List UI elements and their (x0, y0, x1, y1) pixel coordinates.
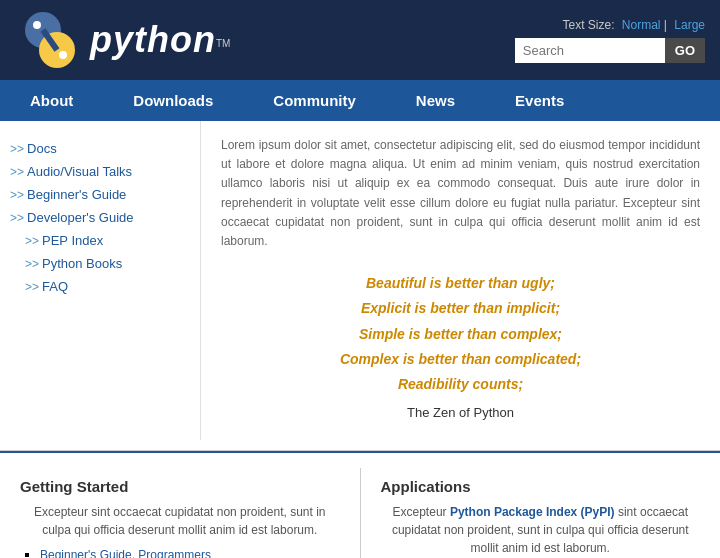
arrow-icon: >> (10, 211, 24, 225)
text-size-large-link[interactable]: Large (674, 18, 705, 32)
logo-area: pythonTM (15, 10, 230, 70)
sidebar-link-dev-guide[interactable]: Developer's Guide (27, 210, 134, 225)
svg-point-2 (33, 21, 41, 29)
getting-started-title: Getting Started (20, 478, 340, 495)
zen-quote-3: Simple is better than complex; (221, 322, 700, 347)
nav-item-about[interactable]: About (0, 80, 103, 121)
applications-desc: Excepteur Python Package Index (PyPI) si… (381, 503, 701, 557)
sidebar-link-docs[interactable]: Docs (27, 141, 57, 156)
intro-text: Lorem ipsum dolor sit amet, consectetur … (221, 136, 700, 251)
trademark: TM (216, 38, 230, 49)
arrow-icon: >> (10, 165, 24, 179)
zen-quotes: Beautiful is better than ugly; Explicit … (221, 266, 700, 425)
sidebar-item-av-talks: >> Audio/Visual Talks (10, 164, 190, 179)
gs-link-1[interactable]: Beginner's Guide, Programmers (40, 548, 211, 558)
arrow-icon: >> (25, 257, 39, 271)
zen-quote-1: Beautiful is better than ugly; (221, 271, 700, 296)
sidebar-link-pep-index[interactable]: PEP Index (42, 233, 103, 248)
sidebar-item-pep-index: >> PEP Index (25, 233, 190, 248)
text-size-label: Text Size: (562, 18, 614, 32)
applications-col: Applications Excepteur Python Package In… (361, 468, 721, 558)
logo-text: python (90, 19, 216, 60)
main-nav: About Downloads Community News Events (0, 80, 720, 121)
sidebar-item-faq: >> FAQ (25, 279, 190, 294)
text-size-normal-link[interactable]: Normal (622, 18, 661, 32)
arrow-icon: >> (10, 142, 24, 156)
python-logo-icon (15, 10, 85, 70)
list-item: Beginner's Guide, Programmers (40, 547, 340, 558)
zen-quote-2: Explicit is better than implicit; (221, 296, 700, 321)
content-area: Lorem ipsum dolor sit amet, consectetur … (200, 121, 720, 440)
zen-title: The Zen of Python (221, 405, 700, 420)
sidebar-link-faq[interactable]: FAQ (42, 279, 68, 294)
arrow-icon: >> (25, 234, 39, 248)
nav-item-news[interactable]: News (386, 80, 485, 121)
app-desc-highlight[interactable]: Python Package Index (PyPI) (450, 505, 615, 519)
sidebar-link-av-talks[interactable]: Audio/Visual Talks (27, 164, 132, 179)
sidebar-link-python-books[interactable]: Python Books (42, 256, 122, 271)
header-right: Text Size: Normal | Large GO (515, 18, 705, 63)
header: pythonTM Text Size: Normal | Large GO (0, 0, 720, 80)
logo-text-area: pythonTM (90, 19, 230, 61)
arrow-icon: >> (25, 280, 39, 294)
main-content: >> Docs >> Audio/Visual Talks >> Beginne… (0, 121, 720, 440)
zen-quote-5: Readibility counts; (221, 372, 700, 397)
lower-section: Getting Started Excepteur sint occaecat … (0, 451, 720, 558)
sidebar-item-dev-guide: >> Developer's Guide (10, 210, 190, 225)
app-desc-start: Excepteur (393, 505, 450, 519)
sidebar-link-beginners-guide[interactable]: Beginner's Guide (27, 187, 126, 202)
applications-title: Applications (381, 478, 701, 495)
nav-item-events[interactable]: Events (485, 80, 594, 121)
getting-started-col: Getting Started Excepteur sint occaecat … (0, 468, 361, 558)
text-size-bar: Text Size: Normal | Large (562, 18, 705, 32)
zen-quote-4: Complex is better than complicated; (221, 347, 700, 372)
getting-started-desc: Excepteur sint occaecat cupidatat non pr… (20, 503, 340, 539)
search-input[interactable] (515, 38, 665, 63)
sidebar-item-python-books: >> Python Books (25, 256, 190, 271)
svg-point-3 (59, 51, 67, 59)
arrow-icon: >> (10, 188, 24, 202)
search-button[interactable]: GO (665, 38, 705, 63)
sidebar: >> Docs >> Audio/Visual Talks >> Beginne… (0, 121, 200, 440)
search-bar: GO (515, 38, 705, 63)
sidebar-item-beginners-guide: >> Beginner's Guide (10, 187, 190, 202)
getting-started-list: Beginner's Guide, Programmers Beginner's… (20, 547, 340, 558)
nav-item-community[interactable]: Community (243, 80, 386, 121)
sidebar-item-docs: >> Docs (10, 141, 190, 156)
nav-item-downloads[interactable]: Downloads (103, 80, 243, 121)
